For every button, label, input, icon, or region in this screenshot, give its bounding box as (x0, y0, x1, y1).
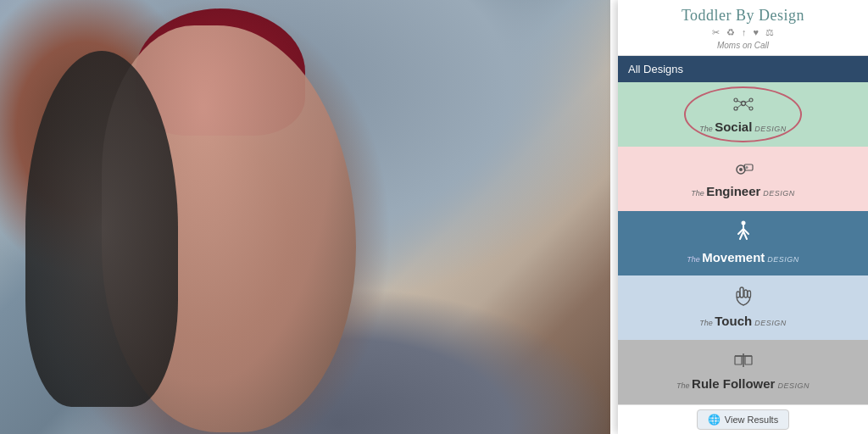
view-results-button[interactable]: 🌐 View Results (697, 409, 789, 430)
svg-point-4 (749, 107, 753, 110)
social-the: The (699, 125, 715, 133)
rule-main: Rule Follower (692, 376, 775, 391)
engineer-icon (732, 158, 755, 181)
view-results-label: View Results (725, 415, 778, 425)
movement-label: The Movement Design (687, 249, 799, 266)
movement-icon (734, 220, 753, 248)
touch-suffix: Design (752, 319, 787, 327)
globe-icon: 🌐 (708, 414, 721, 426)
svg-rect-26 (735, 356, 742, 364)
svg-point-12 (745, 166, 748, 169)
svg-rect-22 (748, 291, 751, 298)
social-main: Social (715, 120, 752, 134)
adult-figure (25, 51, 178, 407)
app-header: Toddler By Design ✂ ♻ ↑ ♥ ⚖ Moms on Call (618, 0, 868, 56)
design-item-movement[interactable]: The Movement Design (618, 211, 868, 275)
touch-main: Touch (715, 314, 752, 328)
view-results-section: 🌐 View Results (618, 404, 868, 434)
up-icon: ↑ (742, 27, 747, 38)
svg-line-7 (737, 104, 742, 108)
social-icon (732, 93, 755, 117)
app-title: Toddler By Design (628, 7, 858, 25)
design-item-social[interactable]: The Social Design (618, 82, 868, 147)
touch-label: The Touch Design (699, 313, 786, 330)
social-label: The Social Design (699, 119, 787, 136)
social-suffix: Design (752, 125, 787, 133)
touch-the: The (699, 319, 715, 327)
svg-point-3 (734, 107, 737, 110)
design-list: The Social Design The Engineer Design (618, 82, 868, 404)
app-subtitle: Moms on Call (628, 41, 858, 50)
touch-icon (733, 286, 754, 311)
recycle-icon: ♻ (726, 27, 735, 38)
social-selected-oval: The Social Design (684, 86, 802, 142)
engineer-main: Engineer (706, 184, 760, 198)
svg-point-10 (739, 168, 743, 171)
rule-label: The Rule Follower Design (676, 376, 810, 392)
all-designs-bar[interactable]: All Designs (618, 56, 868, 82)
design-item-engineer[interactable]: The Engineer Design (618, 147, 868, 211)
heart-icon: ♥ (753, 27, 759, 38)
engineer-suffix: Design (760, 189, 795, 198)
rule-the: The (676, 381, 692, 390)
svg-rect-27 (745, 356, 752, 364)
movement-main: Movement (702, 250, 765, 264)
movement-the: The (687, 255, 702, 264)
engineer-the: The (691, 189, 706, 198)
app-icon-bar: ✂ ♻ ↑ ♥ ⚖ (628, 27, 858, 38)
design-item-touch[interactable]: The Touch Design (618, 275, 868, 340)
svg-line-5 (737, 101, 742, 103)
rule-icon (732, 352, 755, 374)
rule-suffix: Design (775, 381, 810, 390)
design-item-rule[interactable]: The Rule Follower Design (618, 340, 868, 404)
right-panel: Toddler By Design ✂ ♻ ↑ ♥ ⚖ Moms on Call… (618, 0, 868, 434)
movement-suffix: Design (765, 255, 799, 264)
svg-line-8 (745, 104, 749, 108)
svg-rect-20 (740, 287, 743, 298)
svg-point-2 (749, 98, 753, 102)
all-designs-label: All Designs (628, 63, 683, 75)
svg-line-6 (745, 101, 749, 103)
svg-rect-21 (744, 290, 748, 298)
engineer-label: The Engineer Design (691, 183, 795, 200)
scales-top-icon: ⚖ (765, 27, 774, 38)
svg-rect-23 (737, 292, 740, 298)
scissors-icon: ✂ (712, 27, 720, 38)
background-photo (0, 0, 610, 434)
svg-point-0 (741, 102, 745, 106)
svg-point-1 (734, 98, 737, 102)
